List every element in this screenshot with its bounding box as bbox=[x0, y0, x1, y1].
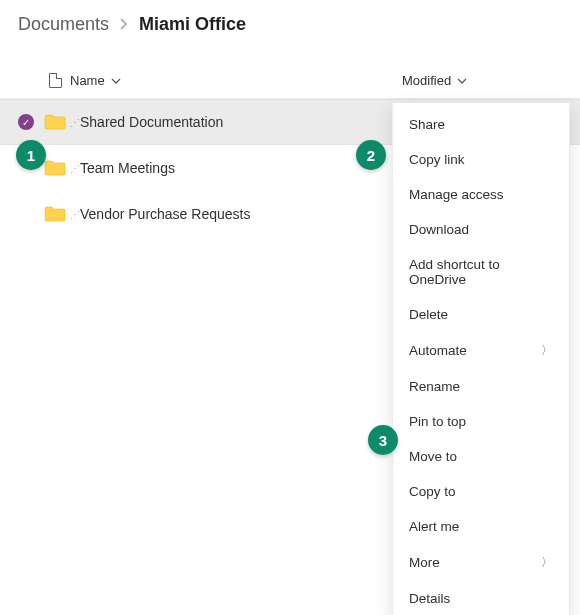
callout-2: 2 bbox=[356, 140, 386, 170]
folder-icon bbox=[40, 206, 70, 222]
menu-label: Manage access bbox=[409, 187, 504, 202]
chevron-right-icon: 〉 bbox=[541, 554, 553, 571]
menu-move-to[interactable]: Move to bbox=[393, 439, 569, 474]
menu-delete[interactable]: Delete bbox=[393, 297, 569, 332]
menu-label: Copy to bbox=[409, 484, 456, 499]
menu-add-shortcut[interactable]: Add shortcut to OneDrive bbox=[393, 247, 569, 297]
menu-copy-link[interactable]: Copy link bbox=[393, 142, 569, 177]
menu-label: Automate bbox=[409, 343, 467, 358]
menu-label: Details bbox=[409, 591, 450, 606]
menu-label: Alert me bbox=[409, 519, 459, 534]
menu-automate[interactable]: Automate〉 bbox=[393, 332, 569, 369]
menu-label: Share bbox=[409, 117, 445, 132]
context-menu: Share Copy link Manage access Download A… bbox=[392, 102, 570, 615]
menu-label: Move to bbox=[409, 449, 457, 464]
row-checkbox[interactable]: ✓ bbox=[18, 114, 40, 130]
link-icon: ⋰ bbox=[70, 117, 78, 128]
menu-copy-to[interactable]: Copy to bbox=[393, 474, 569, 509]
breadcrumb-root[interactable]: Documents bbox=[18, 14, 109, 35]
menu-manage-access[interactable]: Manage access bbox=[393, 177, 569, 212]
checkmark-icon: ✓ bbox=[18, 114, 34, 130]
link-icon: ⋰ bbox=[70, 209, 78, 220]
menu-alert-me[interactable]: Alert me bbox=[393, 509, 569, 544]
chevron-right-icon: 〉 bbox=[541, 342, 553, 359]
callout-3: 3 bbox=[368, 425, 398, 455]
item-name[interactable]: Shared Documentation bbox=[80, 114, 442, 130]
chevron-right-icon bbox=[119, 17, 129, 33]
menu-details[interactable]: Details bbox=[393, 581, 569, 615]
folder-icon bbox=[40, 114, 70, 130]
folder-icon bbox=[40, 160, 70, 176]
menu-share[interactable]: Share bbox=[393, 107, 569, 142]
menu-label: Copy link bbox=[409, 152, 465, 167]
menu-label: Add shortcut to OneDrive bbox=[409, 257, 553, 287]
menu-pin-to-top[interactable]: Pin to top bbox=[393, 404, 569, 439]
chevron-down-icon bbox=[457, 73, 467, 88]
chevron-down-icon bbox=[111, 73, 121, 88]
menu-more[interactable]: More〉 bbox=[393, 544, 569, 581]
document-icon bbox=[49, 73, 62, 88]
breadcrumb-current[interactable]: Miami Office bbox=[139, 14, 246, 35]
link-icon: ⋰ bbox=[70, 163, 78, 174]
breadcrumb: Documents Miami Office bbox=[0, 0, 580, 45]
menu-download[interactable]: Download bbox=[393, 212, 569, 247]
list-header: Name Modified bbox=[0, 57, 580, 99]
menu-label: Rename bbox=[409, 379, 460, 394]
menu-label: More bbox=[409, 555, 440, 570]
menu-label: Download bbox=[409, 222, 469, 237]
column-name-label: Name bbox=[70, 73, 105, 88]
menu-label: Pin to top bbox=[409, 414, 466, 429]
column-modified[interactable]: Modified bbox=[402, 73, 562, 88]
callout-1: 1 bbox=[16, 140, 46, 170]
menu-label: Delete bbox=[409, 307, 448, 322]
column-name[interactable]: Name bbox=[70, 73, 402, 88]
menu-rename[interactable]: Rename bbox=[393, 369, 569, 404]
type-icon-header bbox=[40, 73, 70, 88]
column-modified-label: Modified bbox=[402, 73, 451, 88]
